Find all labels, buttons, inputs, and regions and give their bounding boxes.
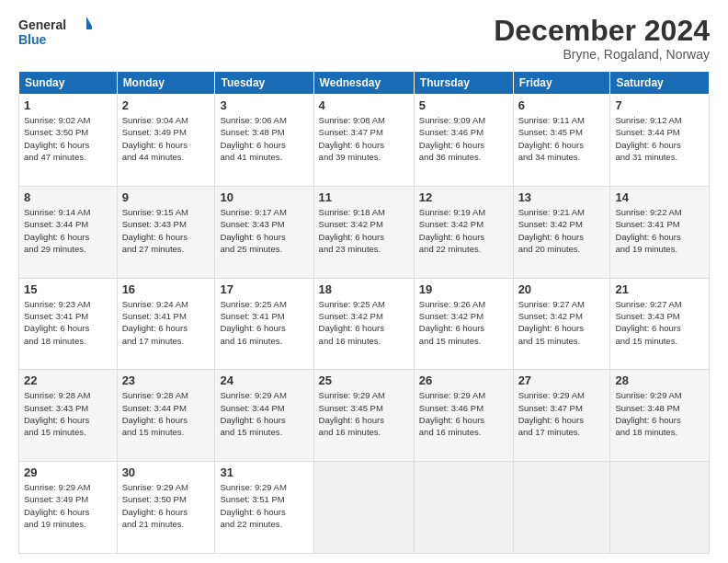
calendar-cell: 19Sunrise: 9:26 AMSunset: 3:42 PMDayligh… [414,278,513,370]
calendar-cell: 18Sunrise: 9:25 AMSunset: 3:42 PMDayligh… [313,278,414,370]
day-number: 21 [615,282,704,296]
day-number: 14 [615,190,704,204]
day-number: 27 [518,373,606,387]
day-number: 3 [220,98,308,112]
calendar-body: 1Sunrise: 9:02 AMSunset: 3:50 PMDaylight… [19,95,710,554]
day-number: 20 [518,282,606,296]
day-number: 29 [24,465,112,479]
calendar-cell [313,462,414,554]
day-info: Sunrise: 9:29 AMSunset: 3:47 PMDaylight:… [518,389,606,438]
calendar-cell: 5Sunrise: 9:09 AMSunset: 3:46 PMDaylight… [414,95,513,187]
day-number: 19 [419,282,508,296]
day-info: Sunrise: 9:25 AMSunset: 3:42 PMDaylight:… [319,298,409,347]
day-info: Sunrise: 9:19 AMSunset: 3:42 PMDaylight:… [419,206,508,255]
day-info: Sunrise: 9:24 AMSunset: 3:41 PMDaylight:… [122,298,210,347]
day-number: 7 [615,98,704,112]
calendar-cell: 30Sunrise: 9:29 AMSunset: 3:50 PMDayligh… [117,462,215,554]
calendar-cell: 26Sunrise: 9:29 AMSunset: 3:46 PMDayligh… [414,370,513,462]
calendar-cell: 13Sunrise: 9:21 AMSunset: 3:42 PMDayligh… [513,186,610,278]
day-info: Sunrise: 9:29 AMSunset: 3:44 PMDaylight:… [220,389,308,438]
day-info: Sunrise: 9:18 AMSunset: 3:42 PMDaylight:… [319,206,409,255]
calendar-cell: 7Sunrise: 9:12 AMSunset: 3:44 PMDaylight… [610,95,710,187]
day-info: Sunrise: 9:15 AMSunset: 3:43 PMDaylight:… [122,206,210,255]
col-saturday: Saturday [610,72,710,95]
calendar-cell: 17Sunrise: 9:25 AMSunset: 3:41 PMDayligh… [215,278,313,370]
title-block: December 2024 Bryne, Rogaland, Norway [494,15,710,62]
day-info: Sunrise: 9:28 AMSunset: 3:44 PMDaylight:… [122,389,210,438]
day-info: Sunrise: 9:28 AMSunset: 3:43 PMDaylight:… [24,389,112,438]
calendar-cell: 24Sunrise: 9:29 AMSunset: 3:44 PMDayligh… [215,370,313,462]
month-title: December 2024 [494,15,710,47]
day-number: 6 [518,98,606,112]
svg-text:Blue: Blue [18,32,47,47]
day-info: Sunrise: 9:12 AMSunset: 3:44 PMDaylight:… [615,114,704,163]
day-number: 16 [122,282,210,296]
week-row-5: 29Sunrise: 9:29 AMSunset: 3:49 PMDayligh… [19,462,710,554]
calendar-cell: 21Sunrise: 9:27 AMSunset: 3:43 PMDayligh… [610,278,710,370]
calendar-cell: 22Sunrise: 9:28 AMSunset: 3:43 PMDayligh… [19,370,118,462]
logo-svg: General Blue [18,15,92,52]
day-number: 23 [122,373,210,387]
day-number: 10 [220,190,308,204]
calendar-cell: 16Sunrise: 9:24 AMSunset: 3:41 PMDayligh… [117,278,215,370]
col-monday: Monday [117,72,215,95]
day-info: Sunrise: 9:29 AMSunset: 3:51 PMDaylight:… [220,481,308,530]
day-number: 8 [24,190,112,204]
day-info: Sunrise: 9:26 AMSunset: 3:42 PMDaylight:… [419,298,508,347]
day-info: Sunrise: 9:27 AMSunset: 3:43 PMDaylight:… [615,298,704,347]
calendar-cell: 2Sunrise: 9:04 AMSunset: 3:49 PMDaylight… [117,95,215,187]
calendar-cell: 14Sunrise: 9:22 AMSunset: 3:41 PMDayligh… [610,186,710,278]
day-info: Sunrise: 9:04 AMSunset: 3:49 PMDaylight:… [122,114,210,163]
day-number: 2 [122,98,210,112]
week-row-2: 8Sunrise: 9:14 AMSunset: 3:44 PMDaylight… [19,186,710,278]
calendar-cell: 20Sunrise: 9:27 AMSunset: 3:42 PMDayligh… [513,278,610,370]
calendar-cell: 4Sunrise: 9:08 AMSunset: 3:47 PMDaylight… [313,95,414,187]
day-number: 26 [419,373,508,387]
day-number: 11 [319,190,409,204]
day-number: 31 [220,465,308,479]
calendar-cell: 1Sunrise: 9:02 AMSunset: 3:50 PMDaylight… [19,95,118,187]
col-sunday: Sunday [19,72,118,95]
calendar-cell [414,462,513,554]
day-info: Sunrise: 9:29 AMSunset: 3:49 PMDaylight:… [24,481,112,530]
day-number: 18 [319,282,409,296]
day-info: Sunrise: 9:22 AMSunset: 3:41 PMDaylight:… [615,206,704,255]
day-number: 30 [122,465,210,479]
calendar-cell [513,462,610,554]
day-info: Sunrise: 9:11 AMSunset: 3:45 PMDaylight:… [518,114,606,163]
header: General Blue December 2024 Bryne, Rogala… [18,15,710,62]
day-info: Sunrise: 9:08 AMSunset: 3:47 PMDaylight:… [319,114,409,163]
calendar-cell: 15Sunrise: 9:23 AMSunset: 3:41 PMDayligh… [19,278,118,370]
calendar-cell: 10Sunrise: 9:17 AMSunset: 3:43 PMDayligh… [215,186,313,278]
day-number: 4 [319,98,409,112]
day-info: Sunrise: 9:14 AMSunset: 3:44 PMDaylight:… [24,206,112,255]
day-info: Sunrise: 9:27 AMSunset: 3:42 PMDaylight:… [518,298,606,347]
day-number: 17 [220,282,308,296]
calendar-cell: 12Sunrise: 9:19 AMSunset: 3:42 PMDayligh… [414,186,513,278]
day-number: 22 [24,373,112,387]
day-number: 25 [319,373,409,387]
svg-marker-2 [86,17,92,29]
calendar-cell: 8Sunrise: 9:14 AMSunset: 3:44 PMDaylight… [19,186,118,278]
header-row: Sunday Monday Tuesday Wednesday Thursday… [19,72,710,95]
day-number: 28 [615,373,704,387]
day-number: 12 [419,190,508,204]
svg-text:General: General [18,17,66,32]
col-wednesday: Wednesday [313,72,414,95]
day-info: Sunrise: 9:23 AMSunset: 3:41 PMDaylight:… [24,298,112,347]
day-info: Sunrise: 9:02 AMSunset: 3:50 PMDaylight:… [24,114,112,163]
day-info: Sunrise: 9:06 AMSunset: 3:48 PMDaylight:… [220,114,308,163]
location-subtitle: Bryne, Rogaland, Norway [494,47,710,62]
calendar-cell: 23Sunrise: 9:28 AMSunset: 3:44 PMDayligh… [117,370,215,462]
calendar-cell: 3Sunrise: 9:06 AMSunset: 3:48 PMDaylight… [215,95,313,187]
calendar-cell: 11Sunrise: 9:18 AMSunset: 3:42 PMDayligh… [313,186,414,278]
day-info: Sunrise: 9:17 AMSunset: 3:43 PMDaylight:… [220,206,308,255]
logo: General Blue [18,15,92,52]
day-info: Sunrise: 9:09 AMSunset: 3:46 PMDaylight:… [419,114,508,163]
calendar-cell: 31Sunrise: 9:29 AMSunset: 3:51 PMDayligh… [215,462,313,554]
calendar-cell: 27Sunrise: 9:29 AMSunset: 3:47 PMDayligh… [513,370,610,462]
day-number: 15 [24,282,112,296]
day-number: 1 [24,98,112,112]
col-friday: Friday [513,72,610,95]
day-info: Sunrise: 9:29 AMSunset: 3:48 PMDaylight:… [615,389,704,438]
